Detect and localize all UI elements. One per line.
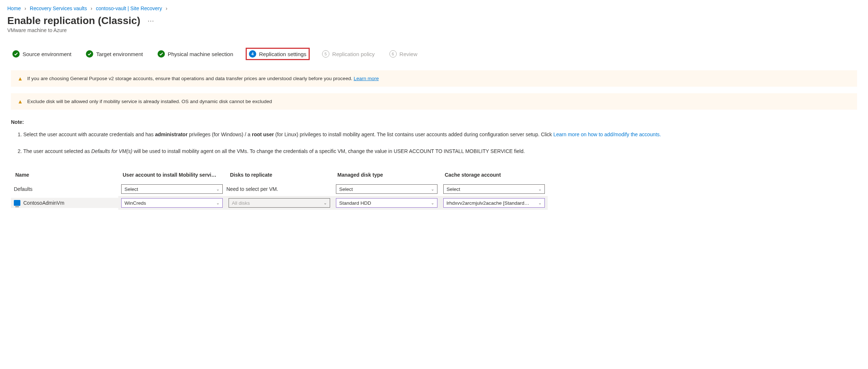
- chevron-down-icon: ⌄: [538, 187, 542, 192]
- step-source-environment[interactable]: Source environment: [10, 49, 74, 59]
- chevron-right-icon: ›: [91, 5, 92, 11]
- chevron-down-icon: ⌄: [216, 187, 219, 192]
- storage-pricing-alert: ▲ If you are choosing General Purpose v2…: [11, 70, 857, 87]
- note-item-2: The user account selected as Defaults fo…: [23, 148, 857, 156]
- chevron-down-icon: ⌄: [538, 201, 542, 205]
- step-review: 6 Review: [387, 49, 420, 59]
- breadcrumb: Home › Recovery Services vaults › contos…: [7, 5, 861, 11]
- vm-cache-select[interactable]: lrhdxvv2arcmjulv2acache [Standard…⌄: [443, 198, 545, 208]
- column-header-name: Name: [11, 169, 118, 182]
- step-label: Review: [400, 51, 417, 57]
- step-number-icon: 4: [249, 50, 256, 58]
- defaults-user-account-select[interactable]: Select⌄: [121, 184, 223, 194]
- note-item-1: Select the user account with accurate cr…: [23, 131, 857, 139]
- wizard-steps: Source environment Target environment Ph…: [7, 48, 861, 60]
- step-physical-machine-selection[interactable]: Physical machine selection: [155, 49, 235, 59]
- vm-user-account-select[interactable]: WinCreds⌄: [121, 198, 223, 208]
- step-label: Replication settings: [259, 51, 306, 57]
- page-title: Enable replication (Classic): [7, 15, 140, 27]
- check-icon: [12, 50, 20, 58]
- step-label: Physical machine selection: [168, 51, 233, 57]
- warning-icon: ▲: [17, 98, 23, 105]
- chevron-down-icon: ⌄: [431, 201, 434, 205]
- step-target-environment[interactable]: Target environment: [84, 49, 145, 59]
- learn-more-accounts-link[interactable]: Learn more on how to add/modify the acco…: [553, 131, 661, 137]
- step-label: Target environment: [96, 51, 143, 57]
- vm-disks-select: All disks⌄: [229, 198, 330, 208]
- check-icon: [86, 50, 93, 58]
- breadcrumb-vaults[interactable]: Recovery Services vaults: [30, 5, 87, 11]
- step-label: Source environment: [23, 51, 71, 57]
- note-heading: Note:: [11, 119, 857, 125]
- defaults-cache-select[interactable]: Select⌄: [443, 184, 545, 194]
- vm-icon: [14, 200, 20, 206]
- column-header-user-account: User account to install Mobility servi…: [118, 169, 226, 182]
- defaults-name-cell: Defaults: [11, 184, 118, 194]
- vm-name-cell: ContosoAdminVm: [11, 198, 118, 208]
- check-icon: [158, 50, 165, 58]
- alert-text: Exclude disk will be allowed only if mob…: [27, 99, 272, 104]
- more-menu-button[interactable]: ···: [148, 17, 154, 25]
- breadcrumb-vault[interactable]: contoso-vault | Site Recovery: [96, 5, 162, 11]
- learn-more-link[interactable]: Learn more: [354, 76, 379, 81]
- step-label: Replication policy: [332, 51, 375, 57]
- page-subtitle: VMware machine to Azure: [7, 27, 861, 33]
- chevron-down-icon: ⌄: [431, 187, 434, 192]
- step-number-icon: 6: [389, 50, 397, 58]
- chevron-down-icon: ⌄: [324, 201, 327, 205]
- column-header-disk-type: Managed disk type: [333, 169, 440, 182]
- defaults-disk-type-select[interactable]: Select⌄: [336, 184, 437, 194]
- breadcrumb-home[interactable]: Home: [7, 5, 21, 11]
- vm-disk-type-select[interactable]: Standard HDD⌄: [336, 198, 437, 208]
- chevron-right-icon: ›: [166, 5, 167, 11]
- chevron-down-icon: ⌄: [216, 201, 219, 205]
- exclude-disk-alert: ▲ Exclude disk will be allowed only if m…: [11, 93, 857, 110]
- warning-icon: ▲: [17, 75, 23, 82]
- step-replication-policy: 5 Replication policy: [320, 49, 377, 59]
- column-header-cache: Cache storage account: [440, 169, 548, 182]
- step-number-icon: 5: [322, 50, 329, 58]
- column-header-disks: Disks to replicate: [226, 169, 333, 182]
- defaults-disks-cell: Need to select per VM.: [226, 185, 333, 193]
- step-replication-settings[interactable]: 4 Replication settings: [246, 48, 310, 60]
- chevron-right-icon: ›: [24, 5, 26, 11]
- alert-text: If you are choosing General Purpose v2 s…: [27, 76, 354, 81]
